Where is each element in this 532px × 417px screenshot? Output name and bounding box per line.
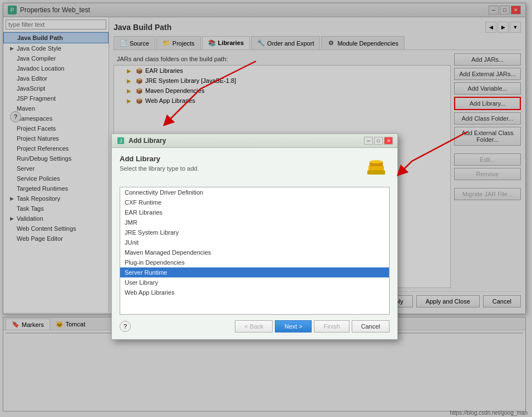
dialog-content: Add Library Select the library type to a… (112, 148, 397, 339)
library-item-jmr[interactable]: JMR (120, 217, 389, 227)
library-item-connectivity[interactable]: Connectivity Driver Definition (120, 187, 389, 197)
dialog-title-icon: J (116, 136, 125, 145)
svg-rect-2 (367, 170, 385, 175)
dialog-header-subtitle: Select the library type to add. (120, 165, 199, 172)
add-library-dialog: J Add Library ─ □ ✕ Add Library Select t… (111, 133, 398, 340)
dialog-maximize-button[interactable]: □ (374, 137, 383, 145)
library-item-jre-system[interactable]: JRE System Library (120, 227, 389, 237)
library-item-user-library[interactable]: User Library (120, 277, 389, 287)
library-item-junit[interactable]: JUnit (120, 237, 389, 247)
next-button[interactable]: Next > (275, 320, 312, 332)
dialog-controls: ─ □ ✕ (364, 137, 393, 145)
library-item-maven-managed[interactable]: Maven Managed Dependencies (120, 247, 389, 257)
dialog-header-icon (363, 155, 390, 181)
dialog-footer: ? < Back Next > Finish Cancel (120, 320, 390, 332)
dialog-title-left: J Add Library (116, 136, 166, 145)
library-item-web-app[interactable]: Web App Libraries (120, 287, 389, 297)
dialog-nav-buttons: < Back Next > Finish Cancel (235, 320, 390, 332)
library-item-cxf[interactable]: CXF Runtime (120, 197, 389, 207)
library-item-server-runtime[interactable]: Server Runtime (120, 267, 389, 277)
dialog-title-text: Add Library (129, 137, 166, 145)
dialog-header-title: Add Library (120, 155, 199, 163)
dialog-help-button[interactable]: ? (120, 321, 131, 332)
dialog-header-text: Add Library Select the library type to a… (120, 155, 199, 172)
dialog-header: Add Library Select the library type to a… (120, 155, 390, 181)
svg-point-5 (370, 160, 383, 163)
svg-text:J: J (120, 138, 122, 143)
library-list: Connectivity Driver Definition CXF Runti… (120, 187, 390, 315)
library-item-ear[interactable]: EAR Libraries (120, 207, 389, 217)
svg-rect-3 (368, 166, 384, 170)
library-item-plugin-dep[interactable]: Plug-in Dependencies (120, 257, 389, 267)
dialog-title-bar: J Add Library ─ □ ✕ (112, 134, 397, 148)
finish-button[interactable]: Finish (314, 320, 349, 332)
dialog-close-button[interactable]: ✕ (384, 137, 393, 145)
dialog-minimize-button[interactable]: ─ (364, 137, 373, 145)
back-button[interactable]: < Back (235, 320, 273, 332)
dialog-cancel-button[interactable]: Cancel (352, 320, 390, 332)
